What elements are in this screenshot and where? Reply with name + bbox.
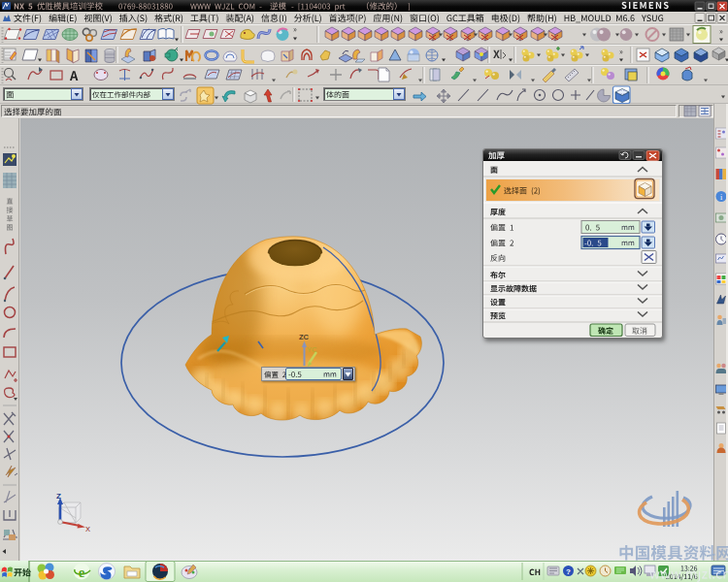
svg-text:ZC: ZC bbox=[299, 333, 310, 341]
svg-text:X: X bbox=[85, 525, 90, 534]
svg-text:e: e bbox=[79, 565, 85, 580]
svg-text:Z: Z bbox=[56, 492, 61, 501]
svg-text:YC: YC bbox=[307, 345, 317, 354]
svg-text:?: ? bbox=[566, 567, 571, 576]
